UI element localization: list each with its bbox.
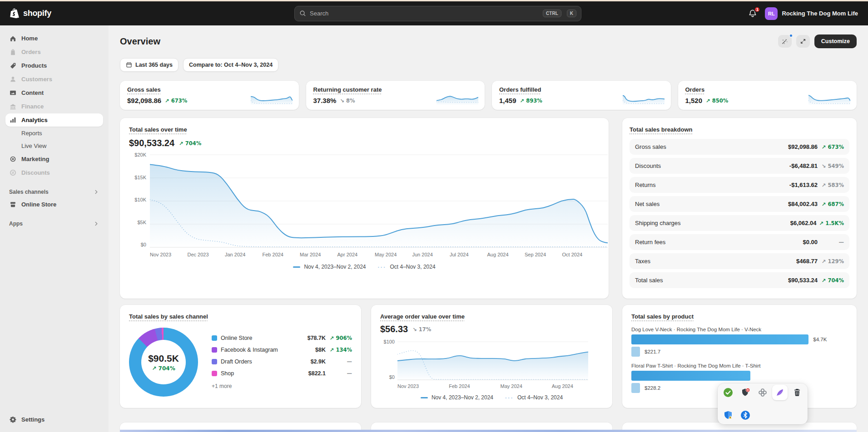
knot-icon[interactable] (758, 388, 768, 398)
change-badge: ↘ 8% (340, 98, 355, 104)
checkmark-badge-icon[interactable] (723, 388, 733, 398)
compare-filter[interactable]: Compare to: Oct 4–Nov 3, 2024 (183, 58, 278, 72)
insights-notification-dot (789, 34, 793, 38)
channel-value: $8K (315, 347, 326, 353)
trash-icon[interactable] (792, 388, 802, 398)
product-item-1[interactable]: Dog Love V-Neck · Rocking The Dog Mom Li… (631, 327, 848, 357)
sidebar-item-label: Content (21, 89, 44, 96)
sidebar-section-apps[interactable]: Apps (5, 218, 103, 230)
sidebar-section-sales-channels[interactable]: Sales channels (5, 186, 103, 198)
channel-legend-item-draft-orders[interactable]: Draft Orders$2.9K— (212, 358, 352, 365)
sidebar-item-label: Discounts (21, 169, 50, 176)
shield-error-icon[interactable] (740, 388, 750, 398)
sidebar-item-orders[interactable]: Orders (5, 45, 103, 59)
total-sales-over-time-card: Total sales over time $90,533.24 ↗ 704% … (120, 118, 609, 299)
customize-button[interactable]: Customize (814, 34, 857, 48)
metric-card-returning-customer-rate[interactable]: Returning customer rate37.38%↘ 8% (306, 81, 485, 110)
metric-value: $92,098.86 (127, 97, 161, 104)
sales-by-channel-title[interactable]: Total sales by sales channel (129, 313, 208, 320)
total-sales-chart[interactable] (150, 152, 600, 248)
total-sales-over-time-title[interactable]: Total sales over time (129, 126, 187, 133)
channel-legend-item-facebook-instagram[interactable]: Facebook & Instagram$8K↗ 134% (212, 347, 352, 353)
sidebar-item-online-store[interactable]: Online Store (5, 198, 103, 211)
marketing-icon (9, 155, 17, 163)
notifications-button[interactable]: 1 (748, 9, 758, 19)
change-badge: ↗ 583% (820, 182, 844, 188)
x-tick-label: Nov 2023 (397, 383, 449, 389)
metric-sparkline (251, 89, 293, 105)
product-name: Dog Love V-Neck · Rocking The Dog Mom Li… (631, 327, 848, 332)
channel-legend-item-online-store[interactable]: Online Store$78.7K↗ 906% (212, 335, 352, 341)
change-badge: ↗ 134% (329, 347, 352, 353)
legend-solid-marker (293, 266, 300, 268)
metric-card-orders-fulfilled[interactable]: Orders fulfilled1,459↗ 893% (492, 81, 671, 110)
breakdown-label: Taxes (635, 258, 796, 265)
channel-donut-chart[interactable]: $90.5K ↗ 704% (129, 328, 198, 397)
metric-cards: Gross sales$92,098.86↗ 673%Returning cus… (120, 81, 857, 110)
breakdown-row-gross-sales[interactable]: Gross sales$92,098.86↗ 673% (630, 139, 849, 155)
sidebar-item-marketing[interactable]: Marketing (5, 152, 103, 166)
shopify-logo[interactable]: shopify (10, 8, 51, 19)
product-bar-current[interactable] (631, 371, 750, 381)
breakdown-row-discounts[interactable]: Discounts-$6,482.81↘ 549% (630, 158, 849, 174)
search-input[interactable]: Search CTRL K (294, 6, 581, 21)
shopify-bag-icon (10, 8, 20, 19)
breakdown-value: $84,002.43 (788, 201, 818, 207)
security-shield-warning-icon[interactable] (723, 410, 733, 420)
account-menu[interactable]: RL Rocking The Dog Mom Life (765, 7, 858, 20)
breakdown-label: Discounts (635, 162, 789, 169)
breakdown-row-return-fees[interactable]: Return fees$0.00— (630, 234, 849, 250)
sidebar-section-label: Sales channels (9, 189, 49, 195)
channel-legend-item-shop[interactable]: Shop$822.1— (212, 370, 352, 377)
sidebar-item-live-view[interactable]: Live View (5, 140, 103, 152)
aov-legend: Nov 4, 2023–Nov 2, 2024···Oct 4–Nov 3, 2… (380, 394, 603, 401)
x-tick-label: Dec 2023 (188, 252, 225, 257)
change-badge: ↘ 549% (820, 163, 844, 169)
x-tick-label: Aug 2024 (552, 383, 603, 389)
metric-value: 37.38% (313, 97, 337, 104)
insights-button[interactable] (778, 35, 792, 48)
x-axis-labels: Nov 2023Dec 2023Jan 2024Feb 2024Mar 2024… (150, 252, 600, 257)
date-range-filter[interactable]: Last 365 days (120, 58, 179, 72)
y-tick-label: $10K (134, 197, 146, 202)
total-sales-change: ↗ 704% (179, 140, 201, 147)
settings-icon (9, 416, 17, 423)
sidebar-item-home[interactable]: Home (5, 32, 103, 45)
metric-card-orders[interactable]: Orders1,520↗ 850% (678, 81, 857, 110)
search-placeholder: Search (310, 10, 537, 17)
breakdown-value: $92,098.86 (788, 143, 818, 150)
sidebar-item-products[interactable]: Products (5, 59, 103, 72)
sidebar-item-discounts[interactable]: Discounts (5, 166, 103, 179)
product-bar-previous[interactable] (631, 347, 640, 357)
breakdown-row-returns[interactable]: Returns-$1,613.62↗ 583% (630, 177, 849, 193)
sidebar-item-finance[interactable]: Finance (5, 100, 103, 113)
breakdown-value: -$6,482.81 (789, 162, 818, 169)
breakdown-row-shipping-charges[interactable]: Shipping charges$6,062.04↗ 1.5K% (630, 215, 849, 231)
sidebar-item-customers[interactable]: Customers (5, 73, 103, 86)
metric-card-gross-sales[interactable]: Gross sales$92,098.86↗ 673% (120, 81, 299, 110)
sidebar-item-analytics[interactable]: Analytics (5, 113, 103, 127)
breakdown-title[interactable]: Total sales breakdown (630, 126, 692, 133)
fullscreen-button[interactable] (796, 35, 810, 48)
breakdown-label: Shipping charges (635, 220, 790, 226)
sidebar: HomeOrdersProductsCustomersContentFinanc… (0, 25, 109, 432)
sidebar-item-content[interactable]: Content (5, 86, 103, 99)
aov-title[interactable]: Average order value over time (380, 313, 465, 320)
breakdown-row-total-sales[interactable]: Total sales$90,533.24↗ 704% (630, 272, 849, 288)
sales-by-product-title[interactable]: Total sales by product (631, 313, 694, 320)
discounts-icon (9, 169, 17, 177)
breakdown-row-net-sales[interactable]: Net sales$84,002.43↗ 687% (630, 196, 849, 212)
aov-chart[interactable] (397, 339, 603, 381)
feather-icon[interactable] (775, 388, 785, 398)
product-bar-previous[interactable] (631, 383, 640, 393)
product-bar-current[interactable] (631, 334, 808, 344)
sidebar-item-reports[interactable]: Reports (5, 127, 103, 139)
card-stub (120, 422, 361, 430)
account-name: Rocking The Dog Mom Life (782, 10, 858, 17)
y-tick-label: $15K (134, 175, 146, 180)
channel-more-link[interactable]: +1 more (212, 383, 352, 389)
breakdown-row-taxes[interactable]: Taxes$468.77↗ 129% (630, 253, 849, 269)
feather-extension-tile[interactable] (772, 385, 788, 400)
sidebar-item-settings[interactable]: Settings (5, 413, 103, 426)
bluetooth-icon[interactable] (740, 410, 750, 420)
